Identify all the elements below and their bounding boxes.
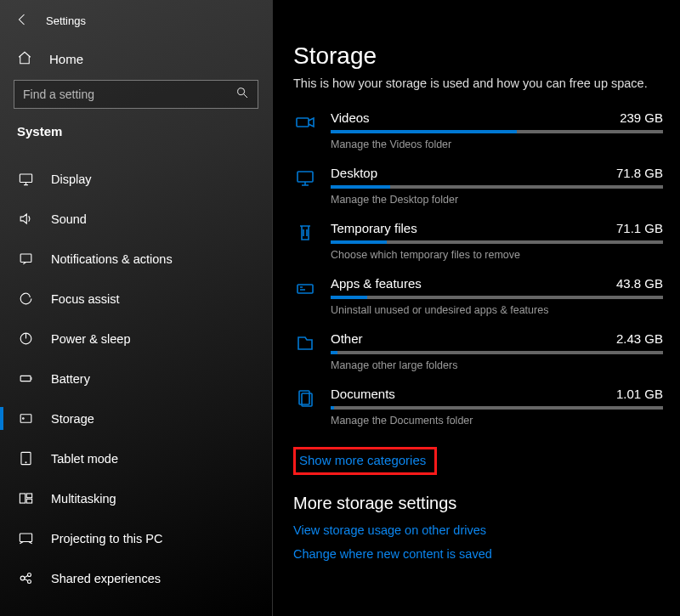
svg-rect-10	[26, 494, 31, 498]
more-storage-settings: More storage settings View storage usage…	[293, 494, 663, 561]
storage-item-body: Temporary files71.1 GBChoose which tempo…	[331, 221, 663, 261]
sidebar: Settings Home System DisplaySoundNotific…	[0, 0, 272, 616]
storage-usage-bar	[331, 130, 663, 133]
storage-item-other[interactable]: Other2.43 GBManage other large folders	[293, 331, 663, 371]
sidebar-item-battery[interactable]: Battery	[0, 359, 272, 398]
storage-item-label: Videos	[331, 110, 370, 125]
storage-item-size: 71.1 GB	[616, 221, 663, 235]
storage-usage-bar	[331, 296, 663, 299]
storage-item-label: Temporary files	[331, 221, 417, 235]
svg-point-0	[238, 88, 245, 95]
storage-item-body: Videos239 GBManage the Videos folder	[331, 110, 663, 150]
window-title: Settings	[46, 14, 86, 27]
notifications-icon	[17, 251, 34, 267]
tablet-mode-icon	[17, 450, 34, 466]
more-settings-heading: More storage settings	[293, 494, 663, 513]
home-icon	[17, 50, 32, 68]
svg-rect-12	[20, 534, 31, 542]
sidebar-item-shared-experiences[interactable]: Shared experiences	[0, 558, 272, 598]
more-settings-link-1[interactable]: Change where new content is saved	[293, 547, 663, 561]
sidebar-item-label: Multitasking	[51, 492, 116, 506]
storage-item-size: 1.01 GB	[616, 387, 663, 401]
storage-item-desc: Choose which temporary files to remove	[331, 249, 663, 261]
storage-item-documents[interactable]: Documents1.01 GBManage the Documents fol…	[293, 387, 663, 427]
svg-point-6	[22, 418, 24, 420]
svg-rect-18	[298, 285, 313, 293]
sidebar-item-sound[interactable]: Sound	[0, 199, 272, 239]
storage-item-desc: Uninstall unused or undesired apps & fea…	[331, 304, 663, 316]
battery-icon	[17, 370, 34, 387]
storage-item-desc: Manage other large folders	[331, 359, 663, 371]
sidebar-item-label: Display	[51, 172, 92, 186]
storage-usage-bar	[331, 185, 663, 189]
sidebar-item-display[interactable]: Display	[0, 159, 272, 199]
sidebar-item-storage[interactable]: Storage	[0, 398, 272, 438]
sidebar-item-label: Projecting to this PC	[51, 532, 162, 545]
storage-item-desktop[interactable]: Desktop71.8 GBManage the Desktop folder	[293, 166, 663, 206]
search-box[interactable]	[14, 80, 258, 109]
page-title: Storage	[293, 42, 663, 70]
apps-icon	[293, 276, 317, 316]
sidebar-item-tablet-mode[interactable]: Tablet mode	[0, 438, 272, 478]
home-label: Home	[49, 52, 83, 66]
storage-item-videos[interactable]: Videos239 GBManage the Videos folder	[293, 110, 663, 150]
projecting-icon	[17, 530, 34, 546]
svg-rect-1	[20, 174, 31, 183]
desktop-icon	[293, 166, 317, 206]
sidebar-item-label: Shared experiences	[51, 572, 161, 585]
search-icon	[235, 86, 249, 103]
main-content: Storage This is how your storage is used…	[272, 0, 680, 616]
search-input[interactable]	[23, 88, 229, 101]
temp-icon	[293, 221, 317, 261]
storage-item-size: 71.8 GB	[616, 166, 663, 180]
videos-icon	[293, 110, 317, 150]
storage-icon	[17, 410, 34, 427]
home-link[interactable]: Home	[0, 42, 272, 80]
svg-point-15	[27, 579, 31, 583]
sidebar-item-multitasking[interactable]: Multitasking	[0, 478, 272, 518]
show-more-categories-link[interactable]: Show more categories	[293, 447, 437, 475]
multitasking-icon	[17, 490, 34, 506]
section-label: System	[0, 121, 272, 145]
shared-experiences-icon	[17, 570, 34, 586]
nav-list: DisplaySoundNotifications & actionsFocus…	[0, 159, 272, 598]
storage-item-body: Documents1.01 GBManage the Documents fol…	[331, 387, 663, 427]
sidebar-item-label: Storage	[51, 412, 94, 426]
storage-item-size: 2.43 GB	[616, 331, 663, 346]
svg-rect-11	[26, 499, 31, 503]
storage-item-label: Apps & features	[331, 276, 422, 291]
storage-item-body: Other2.43 GBManage other large folders	[331, 331, 663, 371]
sidebar-item-label: Battery	[51, 372, 90, 386]
svg-rect-4	[20, 376, 31, 381]
svg-point-13	[20, 576, 25, 580]
storage-item-desc: Manage the Desktop folder	[331, 194, 663, 206]
storage-usage-bar	[331, 240, 663, 244]
other-icon	[293, 331, 317, 371]
svg-point-8	[26, 462, 26, 463]
storage-item-body: Desktop71.8 GBManage the Desktop folder	[331, 166, 663, 206]
sidebar-item-focus-assist[interactable]: Focus assist	[0, 279, 272, 319]
page-subtitle: This is how your storage is used and how…	[293, 76, 663, 90]
storage-item-temp[interactable]: Temporary files71.1 GBChoose which tempo…	[293, 221, 663, 261]
sidebar-item-notifications[interactable]: Notifications & actions	[0, 239, 272, 279]
storage-item-apps[interactable]: Apps & features43.8 GBUninstall unused o…	[293, 276, 663, 316]
sidebar-item-label: Focus assist	[51, 292, 120, 306]
storage-item-desc: Manage the Documents folder	[331, 415, 663, 427]
storage-list: Videos239 GBManage the Videos folderDesk…	[293, 110, 663, 427]
svg-rect-16	[297, 118, 309, 127]
sound-icon	[17, 211, 34, 227]
power-sleep-icon	[17, 331, 34, 347]
svg-rect-2	[20, 254, 31, 263]
more-settings-link-0[interactable]: View storage usage on other drives	[293, 523, 663, 537]
sidebar-item-power-sleep[interactable]: Power & sleep	[0, 319, 272, 359]
window-header: Settings	[0, 12, 272, 42]
sidebar-item-projecting[interactable]: Projecting to this PC	[0, 518, 272, 558]
storage-item-label: Desktop	[331, 166, 377, 180]
svg-rect-17	[298, 172, 313, 182]
sidebar-item-label: Tablet mode	[51, 452, 118, 466]
storage-item-label: Documents	[331, 387, 395, 401]
back-button[interactable]	[15, 12, 31, 30]
storage-item-body: Apps & features43.8 GBUninstall unused o…	[331, 276, 663, 316]
documents-icon	[293, 387, 317, 427]
svg-rect-9	[20, 494, 25, 503]
